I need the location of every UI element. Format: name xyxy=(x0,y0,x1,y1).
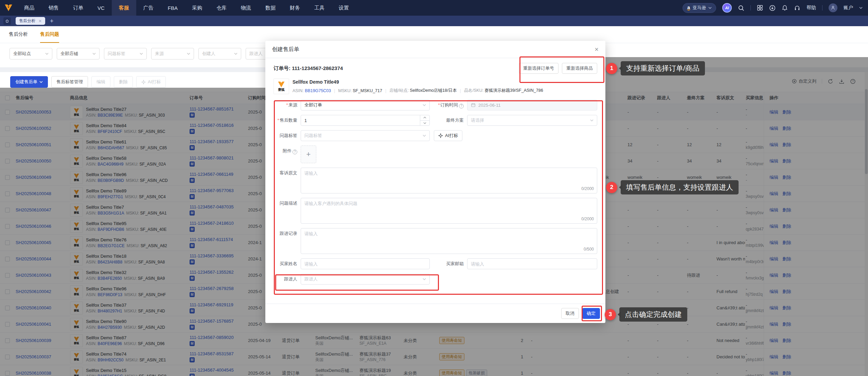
buyer-name-field[interactable] xyxy=(301,258,430,269)
modal-footer: 取消 确定 xyxy=(265,304,605,323)
edit-button[interactable]: 编辑 xyxy=(91,76,110,88)
headset-support-icon[interactable] xyxy=(794,5,800,11)
source-select[interactable]: 全部订单 xyxy=(301,100,430,110)
tab-aftersale-analysis-page[interactable]: 售后分析 xyxy=(9,26,28,43)
apps-grid-icon[interactable] xyxy=(757,5,763,11)
issue-tag-select[interactable]: 问题标签 xyxy=(301,130,430,141)
sellfox-logo-icon[interactable] xyxy=(0,4,17,12)
product-title: Sellfox Demo Title49 xyxy=(293,79,543,85)
char-counter: 0/2000 xyxy=(580,186,594,191)
final-plan-label: 最终方案 xyxy=(430,115,467,126)
chevron-down-icon xyxy=(708,7,712,9)
order-number: 订单号: 111-1234567-2862374 xyxy=(273,65,343,72)
follower-label: 跟进人 xyxy=(273,274,301,285)
filter-label: 问题标签 xyxy=(108,51,125,57)
follow-record-textarea[interactable] xyxy=(301,228,597,254)
quantity-stepper[interactable]: 1 xyxy=(301,115,430,126)
nav-item-采购[interactable]: 采购 xyxy=(185,0,209,16)
follower-select[interactable]: 跟进人 xyxy=(301,274,430,285)
chevron-down-icon xyxy=(45,53,49,55)
attachment-label: 附件? xyxy=(273,146,301,156)
annotation-1: 1 支持重新选择订单/商品 xyxy=(606,61,705,75)
follow-record-label: 跟进记录 xyxy=(273,228,301,239)
close-icon[interactable]: ✕ xyxy=(38,19,42,23)
char-counter: 0/2000 xyxy=(580,217,594,221)
nav-item-VC[interactable]: VC xyxy=(90,0,112,16)
filter-label: 全部站点 xyxy=(13,51,31,57)
confirm-button[interactable]: 确定 xyxy=(582,308,600,319)
filter-select-4[interactable]: 创建人 xyxy=(198,48,241,59)
nav-item-物流[interactable]: 物流 xyxy=(234,0,258,16)
annotation-tooltip: 支持重新选择订单/商品 xyxy=(621,61,705,75)
filter-select-1[interactable]: 全部店铺 xyxy=(57,48,100,59)
ai-tag-button[interactable]: AI打标 xyxy=(136,76,166,88)
nav-item-仓库[interactable]: 仓库 xyxy=(209,0,234,16)
app-root: 商品销售订单VC客服广告FBA采购仓库物流数据财务工具设置 a 亚马逊 AI 帮… xyxy=(0,0,868,376)
nav-item-工具[interactable]: 工具 xyxy=(307,0,332,16)
search-icon[interactable] xyxy=(738,5,744,11)
brand-label: 赛狐 xyxy=(278,88,285,91)
ai-tag-button-modal[interactable]: AI打标 xyxy=(434,130,462,141)
account-label[interactable]: 账户 xyxy=(844,5,853,11)
cancel-button[interactable]: 取消 xyxy=(561,308,579,319)
create-aftersale-button[interactable]: 创建售后单 xyxy=(10,76,48,88)
nav-item-商品[interactable]: 商品 xyxy=(17,0,41,16)
source-label: *来源 xyxy=(273,100,301,110)
nav-item-设置[interactable]: 设置 xyxy=(332,0,356,16)
attachment-upload[interactable]: + xyxy=(301,146,316,163)
nav-item-FBA[interactable]: FBA xyxy=(161,0,185,16)
marketplace-switcher[interactable]: a 亚马逊 xyxy=(683,3,716,13)
issue-desc-textarea[interactable] xyxy=(301,198,597,224)
ai-assistant-button[interactable]: AI xyxy=(722,3,732,13)
home-tab-icon[interactable] xyxy=(3,17,11,25)
chevron-down-icon xyxy=(140,53,143,55)
nav-item-订单[interactable]: 订单 xyxy=(66,0,90,16)
step-down-icon[interactable] xyxy=(420,121,429,126)
complaint-textarea[interactable] xyxy=(301,168,597,193)
buyer-email-label: 买家邮箱 xyxy=(430,258,467,269)
tab-aftersale-analysis[interactable]: 售后分析 ✕ xyxy=(16,17,45,25)
create-aftersale-label: 创建售后单 xyxy=(15,79,37,85)
nav-item-销售[interactable]: 销售 xyxy=(41,0,66,16)
close-icon[interactable]: × xyxy=(595,46,599,53)
divider xyxy=(750,5,751,11)
annotation-tooltip: 填写售后单信息，支持设置跟进人 xyxy=(621,180,739,194)
nav-item-广告[interactable]: 广告 xyxy=(136,0,161,16)
sparkle-icon xyxy=(438,133,443,138)
char-counter: 0/500 xyxy=(582,247,594,252)
modal-product-info: 赛狐 Sellfox Demo Title49 ASIN: BB19G75C03… xyxy=(273,79,597,94)
download-center-icon[interactable] xyxy=(769,5,776,11)
step-up-icon[interactable] xyxy=(420,115,429,121)
annotation-tooltip: 点击确定完成创建 xyxy=(619,307,687,322)
tab-label: 售后分析 xyxy=(19,18,35,24)
calendar-icon xyxy=(471,103,476,107)
buyer-email-field[interactable] xyxy=(467,258,597,269)
modal-form: *来源 全部订单 *订购时间? 2025-06-11 *售后数量 1 xyxy=(273,100,597,285)
nav-item-财务[interactable]: 财务 xyxy=(283,0,307,16)
asin-link[interactable]: BB19G75C03 xyxy=(305,88,331,93)
notifications-bell-icon[interactable] xyxy=(782,5,788,11)
filter-select-3[interactable]: 来源 xyxy=(151,48,194,59)
add-tab-button[interactable]: + xyxy=(50,18,54,24)
help-link[interactable]: 帮助 xyxy=(807,5,816,11)
final-plan-select[interactable]: 请选择 xyxy=(467,115,597,126)
nav-item-数据[interactable]: 数据 xyxy=(258,0,283,16)
nav-item-客服[interactable]: 客服 xyxy=(112,0,136,16)
filter-select-0[interactable]: 全部站点 xyxy=(10,48,52,59)
info-icon: ? xyxy=(293,150,297,154)
chevron-down-icon xyxy=(187,53,190,55)
window-tab-strip: 售后分析 ✕ + xyxy=(0,16,868,26)
tag-manage-button[interactable]: 售后标签管理 xyxy=(51,76,88,88)
marketplace-label: 亚马逊 xyxy=(693,5,706,11)
chevron-down-icon xyxy=(590,119,594,121)
chevron-down-icon xyxy=(423,104,426,106)
chevron-down-icon xyxy=(39,81,43,83)
reselect-order-button[interactable]: 重新选择订单号 xyxy=(519,63,559,74)
chevron-down-icon xyxy=(423,135,426,137)
filter-select-2[interactable]: 问题标签 xyxy=(104,48,147,59)
avatar[interactable] xyxy=(829,3,837,12)
tab-aftersale-issues-page[interactable]: 售后问题 xyxy=(40,26,59,43)
reselect-product-button[interactable]: 重新选择商品 xyxy=(562,63,597,74)
filter-label: 全部店铺 xyxy=(60,51,78,57)
delete-button[interactable]: 删除 xyxy=(114,76,133,88)
